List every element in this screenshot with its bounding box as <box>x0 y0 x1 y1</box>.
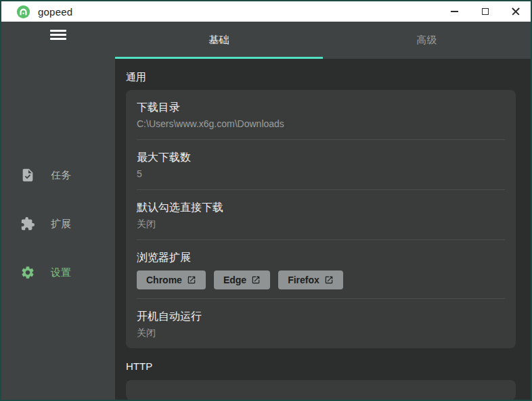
sidebar-item-label: 任务 <box>51 169 71 182</box>
setting-title: 下载目录 <box>137 100 505 115</box>
setting-title: 默认勾选直接下载 <box>137 200 505 215</box>
setting-value: 关闭 <box>137 218 505 231</box>
http-settings-card <box>126 380 516 400</box>
window-controls <box>439 1 531 22</box>
main-area: 任务 扩展 设置 基础 <box>1 22 531 400</box>
section-label-http: HTTP <box>126 360 516 373</box>
gear-icon <box>20 265 35 280</box>
hamburger-menu-icon <box>50 30 66 32</box>
button-label: Edge <box>223 275 246 285</box>
browser-extension-buttons: Chrome Edge <box>137 270 505 289</box>
firefox-extension-button[interactable]: Firefox <box>278 270 343 289</box>
setting-row-autostart[interactable]: 开机自动运行 关闭 <box>126 299 516 348</box>
sidebar-item-settings[interactable]: 设置 <box>1 259 115 286</box>
close-button[interactable] <box>500 1 531 22</box>
setting-title: 最大下载数 <box>137 150 505 165</box>
window-title: gopeed <box>38 6 72 18</box>
setting-row-browser-extension: 浏览器扩展 Chrome Edge <box>126 240 516 298</box>
open-in-new-icon <box>324 275 334 285</box>
extension-icon <box>20 216 35 231</box>
sidebar-item-tasks[interactable]: 任务 <box>1 162 115 189</box>
setting-row-download-dir[interactable]: 下载目录 C:\Users\www.x6g.com\Downloads <box>126 90 516 139</box>
menu-toggle-button[interactable] <box>50 30 66 40</box>
setting-row-max-downloads[interactable]: 最大下载数 5 <box>126 140 516 189</box>
app-window: gopeed 任务 <box>0 0 532 401</box>
setting-value: 5 <box>137 168 505 181</box>
setting-title: 浏览器扩展 <box>137 250 505 265</box>
open-in-new-icon <box>187 275 196 285</box>
setting-value: C:\Users\www.x6g.com\Downloads <box>137 118 505 131</box>
minimize-button[interactable] <box>439 1 470 22</box>
section-label-general: 通用 <box>126 70 516 84</box>
general-settings-card: 下载目录 C:\Users\www.x6g.com\Downloads 最大下载… <box>126 90 516 348</box>
sidebar-item-extensions[interactable]: 扩展 <box>1 210 115 237</box>
maximize-icon <box>482 8 489 15</box>
button-label: Firefox <box>288 275 319 285</box>
sidebar: 任务 扩展 设置 <box>1 22 115 400</box>
tab-bar: 基础 高级 <box>115 22 531 59</box>
settings-content: 基础 高级 通用 下载目录 C:\Users\www.x6g.com\Downl… <box>115 22 531 400</box>
tab-basic[interactable]: 基础 <box>115 22 323 59</box>
setting-title: 开机自动运行 <box>137 309 505 324</box>
settings-scroll-area[interactable]: 通用 下载目录 C:\Users\www.x6g.com\Downloads 最… <box>115 59 531 400</box>
close-icon <box>512 7 520 16</box>
gopeed-logo-icon <box>16 5 30 19</box>
chrome-extension-button[interactable]: Chrome <box>137 270 206 289</box>
sidebar-item-label: 设置 <box>51 266 71 279</box>
button-label: Chrome <box>146 275 182 285</box>
tab-advanced[interactable]: 高级 <box>323 22 531 59</box>
open-in-new-icon <box>251 275 261 285</box>
task-icon <box>20 168 35 183</box>
setting-value: 关闭 <box>137 327 505 339</box>
maximize-button[interactable] <box>470 1 500 22</box>
active-tab-indicator <box>115 57 323 59</box>
titlebar: gopeed <box>1 1 531 22</box>
edge-extension-button[interactable]: Edge <box>214 270 270 289</box>
setting-row-default-direct-download[interactable]: 默认勾选直接下载 关闭 <box>126 190 516 239</box>
sidebar-item-label: 扩展 <box>51 218 71 231</box>
minimize-icon <box>451 11 458 12</box>
